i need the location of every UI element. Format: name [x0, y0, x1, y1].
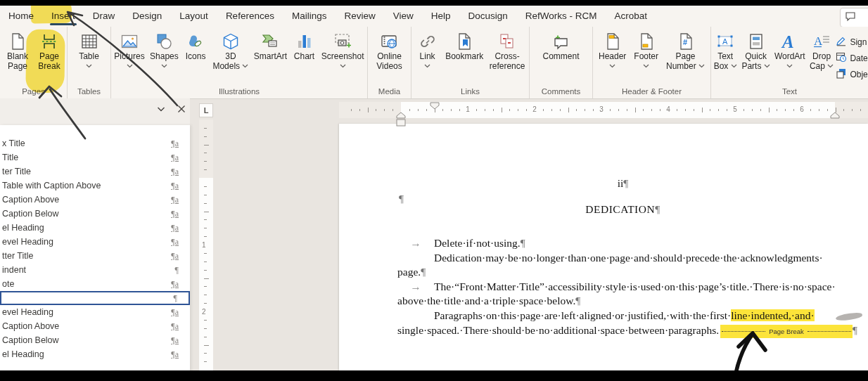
- bookmark-button[interactable]: Bookmark: [443, 30, 485, 63]
- menu-tab-review[interactable]: Review: [343, 6, 376, 27]
- table-button[interactable]: Table: [75, 30, 103, 72]
- style-row[interactable]: Title¶a: [0, 150, 190, 164]
- style-row-selected[interactable]: ¶: [0, 291, 190, 305]
- paragraph-mark: ¶: [853, 324, 857, 336]
- online-videos-button[interactable]: OnlineVideos: [374, 30, 404, 72]
- style-row[interactable]: evel Heading¶a: [0, 305, 190, 319]
- chevron-down-icon: [609, 62, 615, 72]
- ribbon-group-links: LinkBookmarkCross-referenceLinks: [411, 27, 530, 98]
- header-icon: [603, 31, 623, 52]
- style-row[interactable]: Caption Below¶a: [0, 333, 190, 347]
- style-row[interactable]: el Heading¶a: [0, 347, 190, 361]
- quick-parts-button[interactable]: QuickParts: [739, 30, 772, 72]
- paragraph-style-glyph: ¶a: [171, 209, 179, 219]
- ribbon-group-label: Tables: [68, 86, 110, 98]
- menu-tab-acrobat[interactable]: Acrobat: [613, 6, 649, 27]
- vertical-ruler[interactable]: 12: [199, 120, 213, 370]
- menu-tab-help[interactable]: Help: [430, 6, 452, 27]
- style-row[interactable]: Caption Above¶a: [0, 193, 190, 207]
- ribbon-insert-panel: BlankPagePageBreakPagesTableTablesPictur…: [0, 27, 868, 99]
- signature-icon: [836, 35, 847, 49]
- icons-button[interactable]: Icons: [181, 30, 210, 63]
- screenshot-button[interactable]: Screenshot: [319, 30, 366, 72]
- tab-selector[interactable]: L: [199, 103, 213, 117]
- style-row[interactable]: ote¶a: [0, 277, 190, 291]
- style-row[interactable]: Caption Below¶a: [0, 207, 190, 221]
- page-break-label: Page Break: [767, 328, 806, 335]
- ribbon-group-label: Comments: [530, 86, 592, 98]
- menu-tab-layout[interactable]: Layout: [178, 6, 210, 27]
- chart-button[interactable]: Chart: [291, 30, 319, 63]
- ribbon-group-text: ATextBox QuickParts AWordArtADropCap Sig…: [711, 27, 868, 98]
- ribbon-group-label: Links: [411, 86, 529, 98]
- document-body: →Delete·if·not·using.¶Dedication·may·be·…: [397, 237, 848, 338]
- drop-cap-button[interactable]: ADropCap: [808, 30, 836, 72]
- shapes-icon: [154, 31, 174, 52]
- footer-icon: [637, 31, 656, 52]
- chevron-down-icon: [786, 62, 793, 72]
- page-number-header: ii¶: [339, 177, 868, 190]
- menu-tab-draw[interactable]: Draw: [91, 6, 117, 27]
- style-row[interactable]: evel Heading¶a: [0, 235, 190, 249]
- blank-page-icon: [8, 31, 27, 52]
- chevron-down-icon[interactable]: [155, 104, 167, 117]
- header-button[interactable]: Header: [596, 30, 628, 72]
- cross-reference-button[interactable]: Cross-reference: [487, 30, 528, 72]
- document-text-line: →The·“Front·Matter·Title”·accessibility·…: [397, 280, 848, 295]
- style-row[interactable]: Caption Above¶a: [0, 319, 190, 333]
- ribbon-group-label: Illustrations: [111, 86, 367, 98]
- chart-icon: [295, 31, 314, 52]
- date-button[interactable]: Date: [836, 51, 867, 65]
- pictures-button[interactable]: Pictures: [112, 30, 146, 72]
- menu-tab-view[interactable]: View: [392, 6, 415, 27]
- ruler-number: 1: [466, 105, 470, 113]
- comments-button[interactable]: [840, 8, 868, 27]
- document-text-line: Paragraphs·on·this·page·are·left·aligned…: [397, 309, 848, 324]
- 3d-models-button[interactable]: 3DModels: [210, 30, 250, 72]
- sign-button[interactable]: Sign: [836, 35, 867, 49]
- style-row[interactable]: Table with Caption Above¶a: [0, 179, 190, 193]
- comment-button[interactable]: Comment: [540, 30, 581, 63]
- ruler-number: 2: [532, 105, 537, 113]
- styles-list: x Title¶aTitle¶ater Title¶aTable with Ca…: [0, 125, 190, 381]
- menu-tab-docusign[interactable]: Docusign: [467, 6, 509, 27]
- text-group-mini-column: SignDateObje: [836, 30, 867, 81]
- obje-button[interactable]: Obje: [836, 67, 867, 81]
- highlighted-text: line·indented,·and·: [731, 309, 814, 321]
- style-row[interactable]: ter Title¶a: [0, 164, 190, 179]
- page-number-button[interactable]: #PageNumber: [664, 30, 707, 72]
- wordart-button[interactable]: AWordArt: [772, 30, 808, 72]
- smartart-button[interactable]: SmartArt: [252, 30, 289, 63]
- style-row[interactable]: tter Title¶a: [0, 249, 190, 263]
- ruler-number: 1: [202, 241, 206, 249]
- wordart-icon: A: [780, 31, 800, 52]
- paragraph-style-glyph: ¶a: [171, 279, 179, 290]
- paragraph-style-glyph: ¶a: [171, 335, 179, 346]
- menu-tab-mailings[interactable]: Mailings: [291, 6, 328, 27]
- screenshot-icon: [333, 31, 352, 52]
- horizontal-ruler[interactable]: 123456: [215, 102, 868, 118]
- svg-text:A: A: [814, 34, 823, 48]
- menu-tab-design[interactable]: Design: [131, 6, 163, 27]
- menu-tab-refworks-rcm[interactable]: RefWorks - RCM: [524, 6, 599, 27]
- shapes-button[interactable]: Shapes: [148, 30, 181, 72]
- paragraph-style-glyph: ¶a: [171, 307, 179, 318]
- chevron-down-icon: [127, 62, 133, 72]
- paragraph-mark: ¶: [421, 266, 426, 278]
- text-box-button[interactable]: ATextBox: [711, 30, 739, 72]
- tab-mark: →: [397, 237, 434, 250]
- style-row[interactable]: x Title¶a: [0, 136, 190, 150]
- ribbon-group-header-footer: HeaderFooter#PageNumber Header & Footer: [593, 27, 711, 98]
- document-page[interactable]: ii¶ ¶ DEDICATION¶ →Delete·if·not·using.¶…: [339, 124, 868, 370]
- paragraph-style-glyph: ¶a: [171, 138, 179, 149]
- link-button[interactable]: Link: [414, 30, 442, 72]
- chevron-down-icon: [424, 62, 430, 72]
- style-row[interactable]: indent¶: [0, 263, 190, 277]
- footer-button[interactable]: Footer: [632, 30, 660, 72]
- cross-reference-icon: [497, 31, 517, 52]
- close-icon[interactable]: [175, 104, 188, 117]
- menu-tab-references[interactable]: References: [224, 6, 276, 27]
- chevron-down-icon: [340, 62, 346, 72]
- style-row[interactable]: el Heading¶a: [0, 221, 190, 235]
- styles-pane-header: [0, 98, 190, 125]
